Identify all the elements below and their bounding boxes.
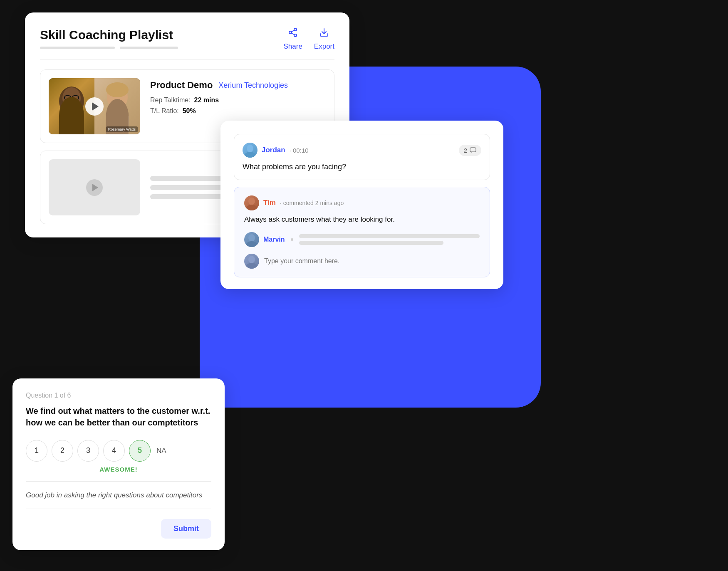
playlist-title-section: Skill Coaching Playlist [40, 27, 178, 49]
score-btn-1[interactable]: 1 [26, 440, 47, 462]
scorecard-question: We find out what matters to the customer… [26, 405, 211, 428]
score-na[interactable]: NA [156, 447, 166, 455]
score-btn-2[interactable]: 2 [52, 440, 73, 462]
marvin-text-lines [299, 234, 480, 245]
jordan-name: Jordan [262, 146, 285, 154]
comment-input-row [244, 254, 480, 269]
svg-point-21 [246, 241, 258, 247]
comment-moment-header: Jordan · 00:10 2 [243, 143, 481, 158]
marvin-reply: Marvin [244, 232, 480, 247]
call-meta: Rep Talktime: 22 mins T/L Ratio: 50% [150, 96, 326, 115]
export-icon [319, 27, 329, 40]
tim-meta: · commented 2 mins ago [280, 200, 344, 206]
playlist-header: Skill Coaching Playlist Share [40, 27, 334, 51]
rep-talktime: Rep Talktime: 22 mins [150, 96, 326, 104]
play-triangle-2 [92, 184, 98, 191]
export-label: Export [314, 42, 334, 51]
rep-talktime-label: Rep Talktime: [150, 96, 191, 104]
comment-input[interactable] [264, 257, 480, 265]
title-line-1 [40, 47, 115, 49]
scorecard-divider-2 [26, 509, 211, 509]
svg-line-4 [292, 30, 295, 32]
tl-ratio: T/L Ratio: 50% [150, 107, 326, 115]
svg-point-20 [248, 234, 255, 242]
svg-point-15 [247, 145, 253, 152]
tim-avatar [244, 195, 259, 210]
play-triangle-1 [92, 102, 99, 111]
header-divider [40, 59, 334, 59]
video-thumbnail-2[interactable] [49, 159, 140, 215]
share-icon [288, 27, 298, 40]
score-label: AWESOME! [26, 466, 211, 473]
play-overlay-1[interactable] [49, 78, 140, 134]
commenter-avatar [244, 254, 259, 269]
share-label: Share [283, 42, 302, 51]
scorecard-comment: Good job in asking the right questions a… [26, 490, 211, 501]
header-actions: Share Export [283, 27, 334, 51]
tim-comment-header: Tim · commented 2 mins ago [244, 195, 480, 210]
comment-icon [470, 147, 476, 153]
call-info-1: Product Demo Xerium Technologies Rep Tal… [150, 78, 326, 118]
title-line-2 [120, 47, 178, 49]
video-thumbnail-1[interactable]: Rosemary Watts [49, 78, 140, 134]
share-button[interactable]: Share [283, 27, 302, 51]
marvin-name: Marvin [263, 236, 285, 243]
jordan-avatar [243, 143, 258, 158]
comment-count: 2 [464, 147, 467, 154]
marvin-line-1 [299, 234, 480, 238]
score-btn-4[interactable]: 4 [103, 440, 125, 462]
playlist-title-lines [40, 47, 178, 49]
tl-ratio-value: 50% [183, 107, 196, 114]
tim-comment-text: Always ask customers what they are looki… [244, 215, 480, 224]
marvin-line-2 [299, 241, 444, 245]
marvin-avatar [244, 232, 259, 247]
comment-card: Jordan · 00:10 2 What problems are you f… [220, 121, 503, 289]
video-thumb-inner: Rosemary Watts [49, 78, 140, 134]
rep-talktime-value: 22 mins [194, 96, 219, 104]
svg-rect-17 [470, 148, 476, 152]
submit-button[interactable]: Submit [161, 519, 211, 539]
svg-point-23 [246, 263, 258, 269]
playlist-title: Skill Coaching Playlist [40, 27, 178, 42]
svg-point-18 [248, 198, 255, 205]
scorecard-card: Question 1 of 6 We find out what matters… [12, 378, 225, 551]
comment-moment: Jordan · 00:10 2 What problems are you f… [234, 134, 490, 180]
question-number: Question 1 of 6 [26, 392, 211, 399]
play-button-gray[interactable] [86, 179, 103, 196]
submit-row: Submit [26, 519, 211, 539]
comment-badge: 2 [459, 145, 481, 156]
call-company: Xerium Technologies [218, 81, 288, 90]
jordan-user-row: Jordan · 00:10 [243, 143, 309, 158]
score-buttons: 1 2 3 4 5 NA [26, 440, 211, 462]
svg-point-22 [248, 256, 255, 263]
score-btn-5[interactable]: 5 [129, 440, 151, 462]
name-tag: Rosemary Watts [106, 126, 138, 132]
tim-name: Tim [263, 199, 276, 207]
call-title: Product Demo [150, 80, 213, 91]
svg-point-19 [246, 205, 258, 210]
marvin-dot [291, 238, 293, 241]
jordan-comment-text: What problems are you facing? [243, 163, 481, 171]
export-button[interactable]: Export [314, 27, 334, 51]
score-btn-3[interactable]: 3 [77, 440, 99, 462]
play-button-circle-1[interactable] [85, 97, 104, 116]
call-title-row: Product Demo Xerium Technologies [150, 80, 326, 91]
thread-card: Tim · commented 2 mins ago Always ask cu… [234, 187, 490, 277]
jordan-timestamp: · 00:10 [290, 147, 309, 154]
svg-point-16 [244, 152, 256, 158]
tl-ratio-label: T/L Ratio: [150, 107, 179, 114]
scorecard-divider-1 [26, 481, 211, 482]
svg-line-3 [292, 33, 295, 35]
